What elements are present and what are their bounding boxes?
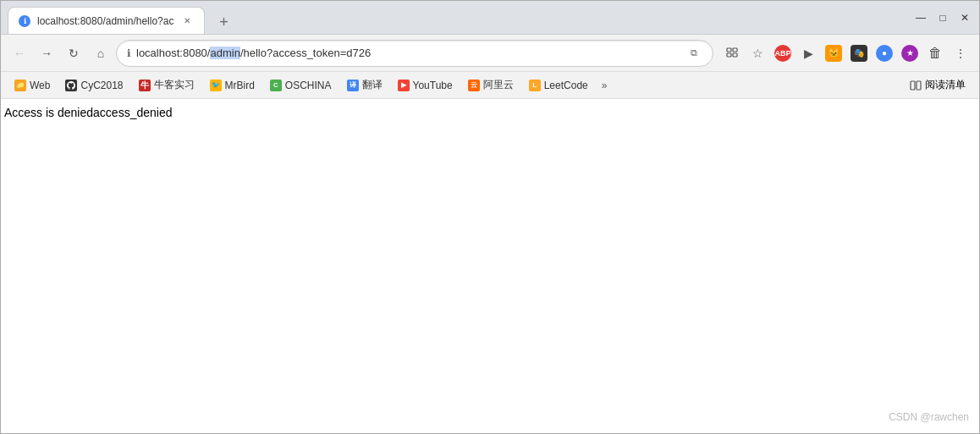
address-bar[interactable]: ℹ localhost:8080/admin/hello?access_toke…	[116, 40, 713, 67]
video-extension[interactable]: ▶	[796, 41, 820, 65]
tab-favicon: ℹ	[19, 15, 30, 27]
back-button[interactable]: ←	[8, 41, 31, 65]
copy-url-button[interactable]: ⧉	[685, 45, 702, 62]
bookmark-youtube-icon: ▶	[398, 80, 410, 91]
bookmark-github-icon	[65, 80, 77, 91]
bookmark-web-label: Web	[30, 80, 50, 91]
bookmark-leetcode-icon: L	[529, 80, 541, 91]
bookmark-youtube-label: YouTube	[413, 80, 453, 91]
bookmark-oschina-label: OSCHINA	[285, 80, 332, 91]
bookmark-niumo-icon: 牛	[139, 80, 151, 91]
new-tab-button[interactable]: +	[212, 10, 235, 34]
svg-rect-1	[733, 48, 737, 52]
browser-window: ℹ localhost:8080/admin/hello?ac ✕ + — □ …	[0, 0, 980, 434]
watermark: CSDN @rawchen	[889, 411, 969, 423]
bookmark-translate-icon: 译	[347, 80, 359, 91]
bookmark-star-button[interactable]: ☆	[746, 41, 769, 65]
navigation-bar: ← → ↻ ⌂ ℹ localhost:8080/admin/hello?acc…	[1, 35, 979, 72]
bookmark-mrbird-label: MrBird	[225, 80, 255, 91]
reader-mode-button[interactable]: 阅读清单	[903, 78, 972, 92]
bookmark-niumo-label: 牛客实习	[154, 78, 195, 92]
svg-rect-5	[917, 81, 921, 90]
title-bar: ℹ localhost:8080/admin/hello?ac ✕ + — □ …	[1, 1, 979, 35]
bookmark-ali-icon: 云	[468, 80, 480, 91]
security-icon: ℹ	[127, 47, 131, 59]
bookmark-translate[interactable]: 译 翻译	[340, 75, 389, 95]
icon-ext5[interactable]: ★	[898, 41, 922, 65]
page-content: Access is deniedaccess_denied CSDN @rawc…	[1, 99, 979, 433]
bookmark-youtube[interactable]: ▶ YouTube	[391, 77, 460, 94]
bookmark-web[interactable]: 📁 Web	[8, 77, 57, 94]
bookmark-github[interactable]: CyC2018	[58, 77, 129, 94]
bookmark-leetcode-label: LeetCode	[544, 80, 588, 91]
bookmark-mrbird-icon: 🐦	[210, 80, 222, 91]
bookmark-github-label: CyC2018	[80, 80, 123, 91]
bookmark-ali[interactable]: 云 阿里云	[461, 75, 520, 95]
forward-button[interactable]: →	[35, 41, 58, 65]
svg-rect-2	[727, 53, 731, 57]
home-button[interactable]: ⌂	[89, 41, 113, 65]
url-highlight: admin	[210, 47, 239, 59]
nav-right-buttons: ☆ ABP ▶ 🐱 🎭 ● ★ 🗑 ⋮	[720, 41, 972, 65]
tab-close-button[interactable]: ✕	[180, 14, 194, 28]
svg-rect-0	[727, 48, 731, 52]
maximize-button[interactable]: □	[935, 10, 950, 25]
tab-area: ℹ localhost:8080/admin/hello?ac ✕ +	[8, 1, 900, 34]
bookmarks-bar: 📁 Web CyC2018 牛 牛客实习 🐦 MrBird C OSCHINA …	[1, 72, 979, 99]
bookmark-niumo[interactable]: 牛 牛客实习	[132, 75, 201, 95]
reload-button[interactable]: ↻	[62, 41, 85, 65]
icon-ext6[interactable]: 🗑	[923, 41, 947, 65]
bookmark-web-icon: 📁	[14, 80, 26, 91]
address-actions: ⧉	[685, 45, 702, 62]
svg-rect-3	[733, 53, 737, 57]
address-text: localhost:8080/admin/hello?access_token=…	[136, 47, 680, 59]
icon-ext4[interactable]: ●	[873, 41, 896, 65]
page-message: Access is deniedaccess_denied	[4, 106, 976, 119]
bookmark-mrbird[interactable]: 🐦 MrBird	[203, 77, 262, 94]
bookmarks-more-button[interactable]: »	[597, 77, 613, 94]
icon-ext3[interactable]: 🎭	[847, 41, 871, 65]
tab-search-button[interactable]	[720, 41, 744, 65]
bookmark-oschina[interactable]: C OSCHINA	[263, 77, 339, 94]
menu-button[interactable]: ⋮	[949, 41, 972, 65]
bookmark-ali-label: 阿里云	[483, 78, 514, 92]
reader-mode-icon	[910, 80, 922, 91]
window-controls: — □ ✕	[900, 10, 972, 25]
icon-ext2[interactable]: 🐱	[822, 41, 845, 65]
svg-rect-4	[911, 81, 915, 90]
tab-title: localhost:8080/admin/hello?ac	[37, 15, 173, 27]
bookmark-leetcode[interactable]: L LeetCode	[522, 77, 595, 94]
active-tab[interactable]: ℹ localhost:8080/admin/hello?ac ✕	[8, 7, 205, 34]
bookmark-translate-label: 翻译	[362, 78, 383, 92]
minimize-button[interactable]: —	[913, 10, 928, 25]
reader-mode-label: 阅读清单	[925, 78, 966, 92]
abp-extension[interactable]: ABP	[771, 41, 795, 65]
bookmark-oschina-icon: C	[270, 80, 282, 91]
close-button[interactable]: ✕	[957, 10, 972, 25]
